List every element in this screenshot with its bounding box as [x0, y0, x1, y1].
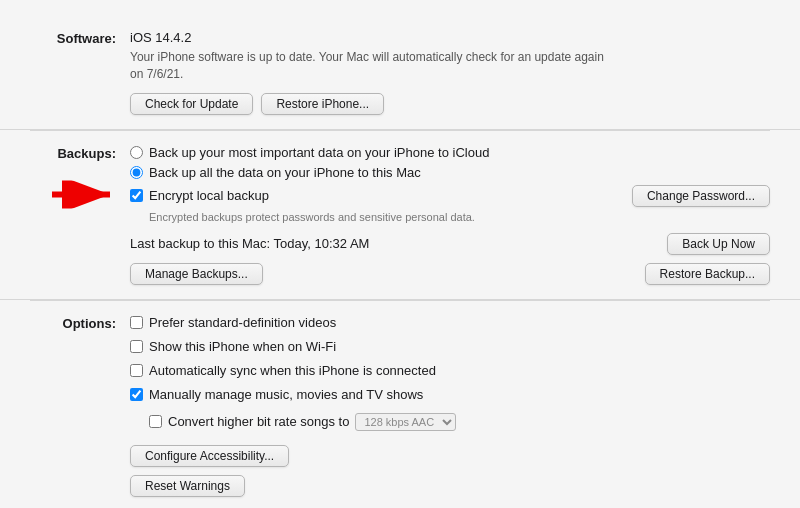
- manage-backups-button[interactable]: Manage Backups...: [130, 263, 263, 285]
- convert-label: Convert higher bit rate songs to: [168, 414, 349, 429]
- backup-buttons-row: Manage Backups... Restore Backup...: [130, 263, 770, 285]
- restore-iphone-button[interactable]: Restore iPhone...: [261, 93, 384, 115]
- encrypt-description: Encrypted backups protect passwords and …: [149, 211, 770, 223]
- opt3-checkbox[interactable]: [130, 364, 143, 377]
- software-section: Software: iOS 14.4.2 Your iPhone softwar…: [0, 16, 800, 130]
- options-label: Options:: [30, 315, 130, 497]
- opt2-row: Show this iPhone when on Wi-Fi: [130, 339, 770, 354]
- backups-content: Back up your most important data on your…: [130, 145, 770, 285]
- encrypt-checkbox[interactable]: [130, 189, 143, 202]
- opt4-checkbox[interactable]: [130, 388, 143, 401]
- red-arrow-indicator: [50, 180, 120, 211]
- opt1-row: Prefer standard-definition videos: [130, 315, 770, 330]
- opt1-checkbox[interactable]: [130, 316, 143, 329]
- opt2-checkbox[interactable]: [130, 340, 143, 353]
- radio-mac[interactable]: [130, 166, 143, 179]
- opt3-label: Automatically sync when this iPhone is c…: [149, 363, 436, 378]
- opt3-row: Automatically sync when this iPhone is c…: [130, 363, 770, 378]
- options-section: Options: Prefer standard-definition vide…: [0, 301, 800, 508]
- radio-mac-row: Back up all the data on your iPhone to t…: [130, 165, 770, 180]
- check-update-button[interactable]: Check for Update: [130, 93, 253, 115]
- last-backup-text: Last backup to this Mac: Today, 10:32 AM: [130, 236, 369, 251]
- restore-backup-button[interactable]: Restore Backup...: [645, 263, 770, 285]
- back-up-now-button[interactable]: Back Up Now: [667, 233, 770, 255]
- radio-icloud[interactable]: [130, 146, 143, 159]
- opt2-label: Show this iPhone when on Wi-Fi: [149, 339, 336, 354]
- software-content: iOS 14.4.2 Your iPhone software is up to…: [130, 30, 770, 115]
- options-content: Prefer standard-definition videos Show t…: [130, 315, 770, 497]
- convert-select[interactable]: 128 kbps AAC: [355, 413, 456, 431]
- change-password-button[interactable]: Change Password...: [632, 185, 770, 207]
- configure-accessibility-button[interactable]: Configure Accessibility...: [130, 445, 289, 467]
- opt1-label: Prefer standard-definition videos: [149, 315, 336, 330]
- opt4-row: Manually manage music, movies and TV sho…: [130, 387, 770, 402]
- encrypt-left: Encrypt local backup: [130, 188, 269, 203]
- radio-mac-label: Back up all the data on your iPhone to t…: [149, 165, 421, 180]
- encrypt-row: Encrypt local backup Change Password...: [130, 185, 770, 207]
- radio-icloud-row: Back up your most important data on your…: [130, 145, 770, 160]
- software-label: Software:: [30, 30, 130, 115]
- backups-label: Backups:: [30, 145, 130, 285]
- backups-section: Backups: Back up your most important dat…: [0, 131, 800, 300]
- software-buttons: Check for Update Restore iPhone...: [130, 93, 770, 115]
- software-version: iOS 14.4.2: [130, 30, 770, 45]
- opt4-label: Manually manage music, movies and TV sho…: [149, 387, 423, 402]
- software-description: Your iPhone software is up to date. Your…: [130, 49, 610, 83]
- backup-info-row: Last backup to this Mac: Today, 10:32 AM…: [130, 233, 770, 255]
- options-buttons: Configure Accessibility... Reset Warning…: [130, 445, 770, 497]
- encrypt-label: Encrypt local backup: [149, 188, 269, 203]
- reset-warnings-button[interactable]: Reset Warnings: [130, 475, 245, 497]
- convert-row: Convert higher bit rate songs to 128 kbp…: [149, 413, 770, 431]
- radio-icloud-label: Back up your most important data on your…: [149, 145, 489, 160]
- convert-checkbox[interactable]: [149, 415, 162, 428]
- encrypt-row-wrapper: Encrypt local backup Change Password...: [130, 185, 770, 207]
